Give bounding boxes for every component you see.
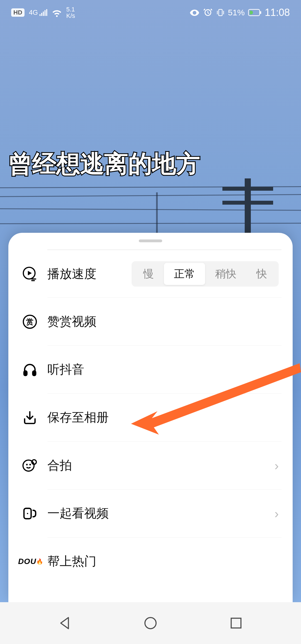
dou-plus-label: 帮上热门	[47, 553, 96, 570]
nav-home-button[interactable]	[140, 613, 161, 633]
status-left: HD 4G 5.1 K/s	[11, 6, 75, 19]
watch-together-label: 一起看视频	[47, 505, 109, 522]
battery-percent: 51%	[228, 8, 245, 17]
wifi-icon	[52, 8, 62, 18]
appreciate-video-label: 赞赏视频	[47, 313, 96, 330]
appreciation-icon: 赏	[22, 314, 38, 330]
nav-recent-button[interactable]	[226, 613, 246, 633]
appreciate-video-row[interactable]: 赏 赞赏视频	[47, 297, 281, 345]
battery-icon	[248, 9, 261, 16]
dou-plus-icon: DOU🔥	[20, 553, 42, 570]
network-4g-icon: 4G	[29, 9, 47, 16]
vibrate-icon	[216, 8, 225, 18]
svg-rect-6	[24, 371, 27, 375]
eye-icon	[190, 8, 200, 18]
listen-audio-row[interactable]: 听抖音	[47, 345, 281, 393]
watch-together-row[interactable]: 一起看视频 ›	[47, 489, 281, 537]
chevron-right-icon: ›	[275, 458, 279, 473]
speed-faster-button[interactable]: 稍快	[205, 263, 246, 285]
speed-normal-button[interactable]: 正常	[164, 263, 205, 285]
duet-row[interactable]: 合拍 ›	[47, 441, 281, 489]
svg-text:赏: 赏	[26, 318, 33, 326]
svg-point-13	[27, 513, 28, 514]
signal-icon	[39, 9, 47, 16]
alarm-icon	[203, 8, 213, 18]
svg-rect-16	[231, 618, 241, 628]
svg-rect-7	[33, 371, 36, 375]
speed-slow-button[interactable]: 慢	[133, 263, 164, 285]
clock-time: 11:08	[265, 7, 290, 18]
svg-point-10	[29, 464, 31, 465]
duet-icon	[22, 457, 38, 474]
play-speed-icon	[22, 266, 38, 282]
speed-segmented-control: 慢 正常 稍快 快	[132, 261, 279, 287]
playback-speed-row: 播放速度 慢 正常 稍快 快	[47, 250, 281, 297]
chevron-right-icon: ›	[275, 506, 279, 521]
network-speed: 5.1 K/s	[66, 6, 75, 19]
save-to-album-row[interactable]: 保存至相册	[47, 393, 281, 441]
listen-audio-label: 听抖音	[47, 361, 84, 378]
speed-fast-button[interactable]: 快	[246, 263, 277, 285]
system-nav-bar	[0, 602, 301, 644]
action-sheet: 播放速度 慢 正常 稍快 快 赏 赞赏视频 听抖音 保存至相册	[8, 233, 293, 602]
playback-speed-label: 播放速度	[47, 266, 96, 282]
svg-rect-2	[260, 11, 261, 14]
svg-rect-0	[219, 9, 222, 16]
headphone-icon	[22, 362, 38, 378]
watch-together-icon	[22, 505, 38, 522]
status-right: 51% 11:08	[190, 7, 290, 18]
hd-badge: HD	[11, 8, 25, 17]
duet-label: 合拍	[47, 457, 72, 474]
drag-handle[interactable]	[139, 239, 162, 242]
caption-line-1: 曾经想逃离的地方	[8, 149, 301, 178]
svg-point-15	[145, 618, 156, 629]
status-bar: HD 4G 5.1 K/s 51% 11:08	[0, 0, 301, 25]
save-to-album-label: 保存至相册	[47, 409, 109, 426]
nav-back-button[interactable]	[55, 613, 75, 633]
dou-plus-row[interactable]: DOU🔥 帮上热门	[47, 537, 281, 585]
svg-point-8	[23, 460, 34, 471]
svg-point-9	[26, 464, 28, 465]
download-icon	[22, 410, 38, 426]
